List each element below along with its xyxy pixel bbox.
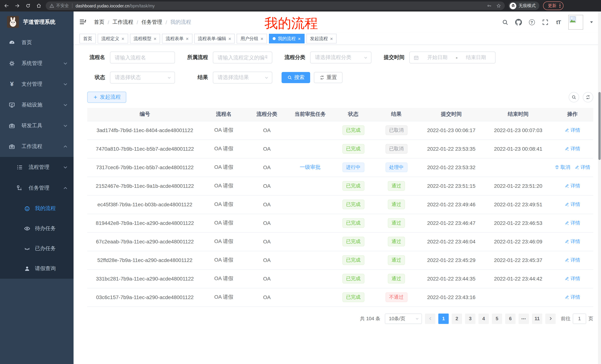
refresh-table-button[interactable] <box>583 92 593 102</box>
sidebar-item-process-mgmt[interactable]: 流程管理 <box>0 157 74 178</box>
tab-process-form[interactable]: 流程表单× <box>162 34 192 43</box>
detail-link[interactable]: 详情 <box>565 257 580 263</box>
detail-link[interactable]: 详情 <box>565 145 580 152</box>
chevron-down-icon <box>63 61 68 66</box>
tab-process-model[interactable]: 流程模型× <box>130 34 160 43</box>
process-definition-input[interactable] <box>213 52 272 63</box>
detail-link[interactable]: 详情 <box>565 220 580 226</box>
detail-link[interactable]: 详情 <box>565 201 580 208</box>
table-toolbar: 发起流程 <box>87 92 593 103</box>
tab-my-process[interactable]: 我的流程× <box>269 34 304 43</box>
address-divider <box>72 3 72 8</box>
detail-link[interactable]: 详情 <box>565 182 580 189</box>
browser-back-icon[interactable] <box>2 2 10 10</box>
tab-start-process[interactable]: 发起流程× <box>306 34 337 43</box>
status-select[interactable]: 请选择状态 <box>110 72 175 84</box>
security-label[interactable]: 不安全 <box>56 3 69 9</box>
sidebar-item-workflow[interactable]: 工作流程 <box>0 136 74 157</box>
cancel-link[interactable]: 取消 <box>555 164 570 171</box>
breadcrumb-item[interactable]: 工作流程 <box>112 19 133 25</box>
close-icon[interactable]: × <box>229 36 231 41</box>
prev-page-button[interactable] <box>425 313 435 324</box>
browser-home-icon[interactable] <box>35 2 43 10</box>
tab-process-form-edit[interactable]: 流程表单-编辑× <box>194 34 235 43</box>
sidebar-item-todo-tasks[interactable]: 待办任务 <box>0 219 74 239</box>
address-bar[interactable]: 不安全 dashboard.yudao.iocoder.cn /bpm/task… <box>46 1 505 10</box>
detail-link[interactable]: 详情 <box>575 164 590 171</box>
sidebar-item-label: 工作流程 <box>21 143 42 150</box>
app-logo[interactable]: 芋道管理系统 <box>0 11 74 32</box>
key-icon[interactable] <box>487 3 492 8</box>
process-name-input[interactable] <box>110 52 175 63</box>
close-icon[interactable]: × <box>298 36 301 41</box>
reset-button[interactable]: 重置 <box>314 72 342 83</box>
page-size-select[interactable]: 10条/页 <box>385 313 422 324</box>
category-select[interactable]: 请选择流程分类 <box>310 52 371 63</box>
scrollbar-thumb[interactable] <box>598 92 601 160</box>
browser-reload-icon[interactable] <box>24 2 32 10</box>
avatar-caret-icon[interactable] <box>590 20 594 24</box>
breadcrumb-item[interactable]: 首页 <box>94 19 104 25</box>
detail-link[interactable]: 详情 <box>565 238 580 245</box>
page-button-3[interactable]: 3 <box>465 313 475 324</box>
sidebar-item-infra[interactable]: 基础设施 <box>0 95 74 115</box>
breadcrumb-item[interactable]: 任务管理 <box>141 19 162 25</box>
browser-menu-icon[interactable] <box>559 3 560 8</box>
font-size-icon[interactable]: tT <box>555 19 562 26</box>
filter-row-2: 状态 请选择状态 结果 请选择流结果 <box>87 72 593 84</box>
sidebar-item-my-process[interactable]: 我的流程 <box>0 199 74 219</box>
sidebar-item-system[interactable]: 系统管理 <box>0 53 74 74</box>
close-icon[interactable]: × <box>121 36 124 41</box>
bookmark-star-icon[interactable] <box>496 3 501 8</box>
start-date-placeholder[interactable]: 开始日期 <box>422 54 453 61</box>
update-button[interactable]: 更新 <box>543 1 563 10</box>
sidebar-item-payment[interactable]: ¥ 支付管理 <box>0 74 74 95</box>
tab-user-group[interactable]: 用户分组× <box>237 34 267 43</box>
close-icon[interactable]: × <box>186 36 189 41</box>
end-date-placeholder[interactable]: 结束日期 <box>461 54 492 61</box>
sidebar: 芋道管理系统 首页 系统管理 ¥ 支付管理 <box>0 11 74 364</box>
avatar[interactable] <box>568 15 583 29</box>
chevron-down-icon <box>264 75 269 80</box>
search-button[interactable]: 搜索 <box>281 72 310 83</box>
github-icon[interactable] <box>515 19 522 26</box>
tab-process-definition[interactable]: 流程定义× <box>98 34 128 43</box>
sidebar-item-done-tasks[interactable]: 已办任务 <box>0 239 74 259</box>
sidebar-item-task-mgmt[interactable]: 任务管理 <box>0 178 74 199</box>
sidebar-item-devtools[interactable]: 研发工具 <box>0 115 74 136</box>
page-button-1[interactable]: 1 <box>438 313 449 324</box>
status-badge: 已完成 <box>342 255 364 265</box>
filter-label-result: 结果 <box>184 74 208 81</box>
scrollbar-track[interactable] <box>598 11 601 364</box>
close-icon[interactable]: × <box>260 36 263 41</box>
page-button-5[interactable]: 5 <box>492 313 502 324</box>
goto-page-input[interactable] <box>573 313 586 324</box>
close-icon[interactable]: × <box>330 36 333 41</box>
submit-time-range[interactable]: 开始日期 - 结束日期 <box>409 52 496 63</box>
browser-forward-icon[interactable] <box>13 2 21 10</box>
search-icon[interactable] <box>501 19 509 26</box>
current-task-link[interactable]: 一级审批 <box>300 164 321 170</box>
page-button-11[interactable]: 11 <box>532 313 542 324</box>
next-page-button[interactable] <box>545 313 556 324</box>
sidebar-item-home[interactable]: 首页 <box>0 32 74 53</box>
detail-link[interactable]: 详情 <box>565 127 580 134</box>
sidebar-toggle-icon[interactable] <box>79 18 87 26</box>
table-row: 331bc281-7b9a-11ec-a290-acde48001122 OA … <box>87 269 593 288</box>
sidebar-item-leave-query[interactable]: 请假查询 <box>0 259 74 279</box>
breadcrumb: 首页 / 工作流程 / 任务管理 / 我的流程 <box>94 19 191 25</box>
create-process-button[interactable]: 发起流程 <box>87 92 126 103</box>
table-row: 7470a810-7b9b-11ec-b5b7-acde48001122 OA … <box>87 140 593 158</box>
result-select[interactable]: 请选择流结果 <box>213 72 272 84</box>
show-search-button[interactable] <box>569 92 579 102</box>
fullscreen-icon[interactable] <box>541 19 549 26</box>
detail-link[interactable]: 详情 <box>565 294 580 301</box>
tab-home[interactable]: 首页 <box>80 34 96 43</box>
more-pages-button[interactable]: ••• <box>519 313 529 324</box>
detail-link[interactable]: 详情 <box>565 275 580 282</box>
close-icon[interactable]: × <box>154 36 156 41</box>
page-button-2[interactable]: 2 <box>452 313 462 324</box>
help-icon[interactable]: ? <box>528 19 535 26</box>
page-button-4[interactable]: 4 <box>478 313 489 324</box>
page-button-6[interactable]: 6 <box>505 313 516 324</box>
